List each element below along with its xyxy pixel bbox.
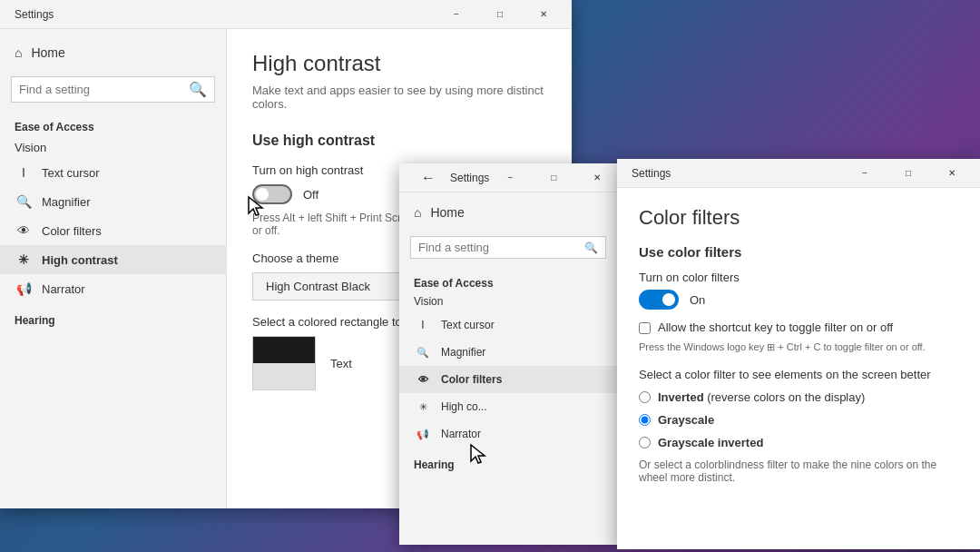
sidebar-item-high-contrast-2[interactable]: ✳ High co... [399, 393, 617, 420]
title-bar-controls-3: − □ ✕ [844, 159, 973, 188]
hearing-label-2: Hearing [399, 448, 617, 475]
high-contrast-toggle-1[interactable] [252, 184, 292, 204]
title-bar-left-3: Settings [632, 167, 671, 180]
sidebar-item-color-filters-1[interactable]: 👁 Color filters [0, 216, 226, 245]
high-contrast-icon-1: ✳ [15, 252, 33, 267]
settings-mid-window: ← Settings − □ ✕ ⌂ Home 🔍 Ease of Access… [399, 163, 617, 545]
sidebar-item-label-nar-2: Narrator [441, 428, 481, 440]
back-btn-2[interactable]: ← [414, 166, 443, 190]
preview-text-label-1: Text [330, 357, 352, 370]
toggle-state-1: Off [303, 188, 318, 202]
close-btn-2[interactable]: ✕ [576, 163, 618, 192]
color-filter-content: Color filters Use color filters Turn on … [617, 188, 980, 549]
home-label-1: Home [31, 45, 64, 60]
sidebar-item-label-cf-2: Color filters [441, 373, 502, 386]
watermark: UGETFIX [912, 531, 969, 545]
section-title-1: Use high contrast [252, 133, 546, 149]
title-bar-controls-1: − □ ✕ [436, 0, 564, 29]
sidebar-item-high-contrast-1[interactable]: ✳ High contrast [0, 245, 226, 274]
title-bar-left-2: ← Settings [414, 166, 489, 190]
filter-select-label: Select a color filter to see elements on… [639, 368, 958, 381]
sidebar-item-label-tc-2: Text cursor [441, 319, 495, 331]
radio-row-inverted: Inverted (reverse colors on the display) [639, 390, 958, 404]
cf-toggle-state: On [690, 293, 705, 307]
sidebar-item-label-magnifier-1: Magnifier [42, 195, 90, 209]
cf-page-title: Color filters [639, 206, 958, 230]
magnifier-icon-1: 🔍 [15, 194, 33, 209]
title-bar-1: Settings − □ ✕ [0, 0, 572, 29]
maximize-btn-3[interactable]: □ [887, 159, 929, 188]
sidebar-item-magnifier-1[interactable]: 🔍 Magnifier [0, 187, 226, 216]
ease-of-access-label-1: Ease of Access [0, 110, 226, 137]
narrator-icon-2: 📢 [414, 429, 432, 440]
page-subtitle-1: Make text and apps easier to see by usin… [252, 84, 546, 111]
home-icon-2: ⌂ [414, 205, 421, 220]
title-bar-3: Settings − □ ✕ [617, 159, 980, 188]
radio-row-grayscale-inverted: Grayscale inverted [639, 436, 958, 449]
cf-toggle-label: Turn on color filters [639, 271, 958, 284]
title-bar-controls-2: − □ ✕ [489, 163, 618, 192]
hearing-label-1: Hearing [0, 303, 226, 330]
text-cursor-icon-2: I [414, 319, 432, 331]
sidebar-1: ⌂ Home 🔍 Ease of Access Vision I Text cu… [0, 29, 227, 508]
narrator-icon-1: 📢 [15, 281, 33, 296]
vision-label-2: Vision [399, 293, 617, 311]
shortcut-checkbox[interactable] [639, 322, 651, 334]
color-filters-toggle[interactable] [639, 290, 679, 310]
sidebar-item-label-mag-2: Magnifier [441, 346, 485, 359]
maximize-btn-1[interactable]: □ [479, 0, 521, 29]
minimize-btn-1[interactable]: − [436, 0, 477, 29]
radio-label-grayscale-inverted: Grayscale inverted [658, 436, 763, 449]
home-icon-1: ⌂ [15, 45, 22, 60]
sidebar-item-color-filters-2[interactable]: 👁 Color filters [399, 366, 617, 393]
window-body-2: ⌂ Home 🔍 Ease of Access Vision I Text cu… [399, 192, 617, 545]
color-filters-icon-2: 👁 [414, 374, 432, 385]
sidebar-item-narrator-2[interactable]: 📢 Narrator [399, 420, 617, 448]
cf-toggle-row: On [639, 290, 958, 310]
color-swatch-1[interactable] [252, 336, 316, 390]
home-label-2: Home [430, 205, 464, 220]
radio-grayscale[interactable] [639, 414, 651, 426]
magnifier-icon-2: 🔍 [414, 347, 432, 359]
search-box-2: 🔍 [410, 236, 606, 259]
page-title-1: High contrast [252, 51, 546, 76]
sidebar-item-text-cursor-2[interactable]: I Text cursor [399, 311, 617, 339]
radio-label-inverted: Inverted (reverse colors on the display) [658, 390, 865, 404]
search-input-1[interactable] [19, 83, 189, 96]
color-filters-icon-1: 👁 [15, 223, 33, 238]
close-btn-1[interactable]: ✕ [523, 0, 564, 29]
search-icon-1: 🔍 [189, 81, 207, 98]
shortcut-hint: Press the Windows logo key ⊞ + Ctrl + C … [639, 341, 958, 353]
high-contrast-icon-2: ✳ [414, 401, 432, 413]
minimize-btn-3[interactable]: − [844, 159, 886, 188]
shortcut-checkbox-row: Allow the shortcut key to toggle filter … [639, 320, 958, 334]
radio-label-grayscale: Grayscale [658, 413, 714, 427]
ease-of-access-label-2: Ease of Access [399, 266, 617, 293]
sidebar-home-2[interactable]: ⌂ Home [399, 196, 617, 229]
sidebar-item-label-color-filters-1: Color filters [42, 224, 102, 238]
radio-grayscale-inverted[interactable] [639, 437, 651, 448]
radio-row-grayscale: Grayscale [639, 413, 958, 427]
mid-sidebar: ⌂ Home 🔍 Ease of Access Vision I Text cu… [399, 192, 617, 545]
shortcut-checkbox-label: Allow the shortcut key to toggle filter … [658, 320, 893, 334]
sidebar-item-narrator-1[interactable]: 📢 Narrator [0, 274, 226, 303]
sidebar-home-1[interactable]: ⌂ Home [0, 36, 226, 69]
sidebar-item-text-cursor-1[interactable]: I Text cursor [0, 158, 226, 187]
title-bar-2: ← Settings − □ ✕ [399, 163, 617, 192]
radio-inverted[interactable] [639, 391, 651, 403]
search-icon-2: 🔍 [584, 242, 598, 254]
cf-section-title: Use color filters [639, 244, 958, 260]
sidebar-item-label-high-contrast-1: High contrast [42, 253, 118, 267]
sidebar-item-label-text-cursor-1: Text cursor [42, 166, 100, 180]
bottom-text: Or select a colorblindness filter to mak… [639, 458, 958, 484]
window-title-1: Settings [15, 8, 54, 21]
sidebar-item-magnifier-2[interactable]: 🔍 Magnifier [399, 339, 617, 366]
window-title-3: Settings [632, 167, 671, 180]
close-btn-3[interactable]: ✕ [931, 159, 973, 188]
maximize-btn-2[interactable]: □ [533, 163, 574, 192]
search-input-2[interactable] [418, 241, 584, 254]
sidebar-item-label-narrator-1: Narrator [42, 282, 85, 296]
minimize-btn-2[interactable]: − [489, 163, 531, 192]
search-box-1: 🔍 [11, 76, 215, 103]
vision-label-1: Vision [0, 137, 226, 158]
